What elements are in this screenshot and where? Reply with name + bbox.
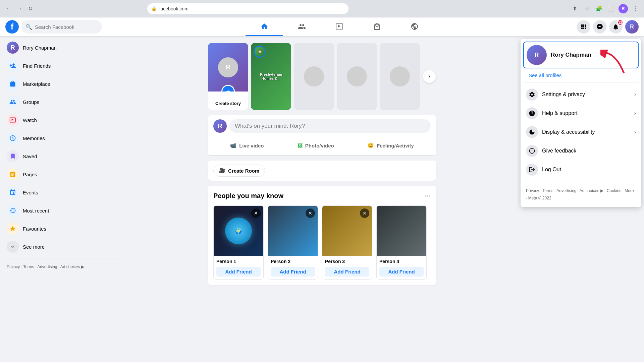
story-placeholder-2	[337, 43, 377, 110]
refresh-button[interactable]: ↻	[25, 4, 35, 13]
stories-next-arrow[interactable]	[423, 70, 436, 83]
post-box-divider	[213, 137, 431, 137]
post-box-avatar: R	[213, 119, 227, 133]
create-room-icon: 🎥	[219, 168, 225, 174]
create-room-button[interactable]: 🎥 Create Room	[213, 165, 265, 177]
person-4-add-button[interactable]: Add Friend	[379, 267, 424, 277]
photo-video-button[interactable]: 🖼 Photo/video	[292, 140, 339, 151]
sidebar-item-most-recent[interactable]: Most recent	[3, 202, 118, 219]
nav-watch[interactable]	[321, 17, 358, 36]
tab-icon[interactable]: ⬜	[606, 4, 616, 13]
sidebar-item-groups[interactable]: Groups	[3, 93, 118, 111]
person-3-add-button[interactable]: Add Friend	[325, 267, 369, 277]
people-card-header: People you may know ···	[213, 191, 431, 200]
live-video-button[interactable]: 📹 Live video	[225, 140, 269, 151]
display-label: Display & accessibility	[542, 129, 630, 135]
sidebar-pages-label: Pages	[23, 172, 37, 177]
person-2-close[interactable]: ✕	[306, 208, 315, 218]
people-section-title: People you may know	[213, 192, 283, 200]
sidebar-most-recent-label: Most recent	[23, 208, 49, 214]
address-bar[interactable]: 🔒 facebook.com	[147, 3, 348, 14]
sidebar-item-events[interactable]: Events	[3, 184, 118, 201]
browser-nav-buttons: ← → ↻	[4, 4, 35, 13]
dropdown-feedback-item[interactable]: Give feedback	[523, 141, 639, 160]
feeling-button[interactable]: 😊 Feeling/Activity	[362, 140, 419, 151]
groups-icon	[7, 96, 19, 108]
settings-label: Settings & privacy	[542, 92, 630, 98]
nav-groups[interactable]	[396, 17, 433, 36]
header-right: 12 R	[577, 20, 639, 34]
sidebar-footer: Privacy · Terms · Advertising · Ad choic…	[3, 261, 118, 273]
sidebar-item-profile[interactable]: R Rory Chapman	[3, 39, 118, 56]
see-more-icon	[7, 241, 19, 253]
facebook-header: f 🔍 12 R	[0, 17, 644, 36]
person-1-add-button[interactable]: Add Friend	[216, 267, 261, 277]
dropdown-display-item[interactable]: Display & accessibility ›	[523, 123, 639, 141]
story-placeholder-3	[380, 43, 420, 110]
story-create-label: Create story	[208, 92, 248, 110]
post-input[interactable]	[229, 119, 431, 133]
people-card: People you may know ··· 🌍 ✕ Person 1 Add…	[208, 186, 436, 285]
sidebar-find-friends-label: Find Friends	[23, 63, 51, 69]
facebook-logo[interactable]: f	[5, 20, 19, 34]
search-bar[interactable]: 🔍	[21, 20, 102, 34]
story-card-1[interactable]: 🏠 Presbyterian Homes &...	[251, 43, 291, 110]
sidebar-item-saved[interactable]: Saved	[3, 147, 118, 165]
profile-avatar-button[interactable]: R	[625, 20, 639, 34]
post-box-top: R	[213, 119, 431, 133]
sidebar-watch-label: Watch	[23, 117, 37, 123]
menu-icon[interactable]: ⋮	[631, 4, 640, 13]
share-icon[interactable]: ⬆	[570, 4, 580, 13]
sidebar-memories-label: Memories	[23, 135, 45, 141]
story-create-image: R +	[208, 43, 248, 92]
sidebar-item-see-more[interactable]: See more	[3, 238, 118, 255]
help-icon	[526, 107, 538, 119]
room-card: 🎥 Create Room	[208, 161, 436, 181]
grid-button[interactable]	[577, 20, 590, 34]
sidebar-saved-label: Saved	[23, 154, 37, 159]
person-card-2: ✕ Person 2 Add Friend	[268, 205, 318, 280]
nav-friends[interactable]	[283, 17, 321, 36]
sidebar-item-pages[interactable]: Pages	[3, 166, 118, 183]
sidebar-item-favourites[interactable]: Favourites	[3, 220, 118, 237]
person-3-close[interactable]: ✕	[360, 208, 369, 218]
lock-icon: 🔒	[151, 6, 157, 11]
nav-home[interactable]	[246, 17, 283, 36]
saved-icon	[7, 150, 19, 162]
dropdown-profile-item[interactable]: R Rory Chapman	[523, 42, 639, 68]
see-all-profiles-link[interactable]: See all profiles	[526, 71, 639, 79]
people-more-button[interactable]: ···	[425, 191, 431, 200]
extensions-icon[interactable]: 🧩	[594, 4, 604, 13]
dropdown-logout-item[interactable]: Log Out	[523, 160, 639, 179]
person-1-close[interactable]: ✕	[251, 208, 261, 218]
events-icon	[7, 186, 19, 198]
back-button[interactable]: ←	[4, 4, 13, 13]
url-text: facebook.com	[159, 6, 189, 11]
nav-marketplace[interactable]	[358, 17, 396, 36]
person-2-add-button[interactable]: Add Friend	[271, 267, 315, 277]
dropdown-settings-item[interactable]: Settings & privacy ›	[523, 85, 639, 104]
dropdown-divider-2	[523, 182, 639, 182]
settings-chevron: ›	[634, 92, 636, 98]
sidebar-item-memories[interactable]: Memories	[3, 129, 118, 147]
favourites-icon	[7, 223, 19, 235]
feed: R + Create story 🏠 Presbyterian Homes &.…	[121, 36, 523, 362]
dropdown-help-item[interactable]: Help & support ›	[523, 104, 639, 123]
search-input[interactable]	[35, 24, 98, 30]
messenger-button[interactable]	[593, 20, 606, 34]
dropdown-profile-avatar: R	[527, 45, 547, 65]
sidebar-item-find-friends[interactable]: Find Friends	[3, 57, 118, 74]
notifications-button[interactable]: 12	[609, 20, 623, 34]
logout-icon	[526, 164, 538, 176]
dropdown-divider-1	[523, 82, 639, 82]
sidebar-item-marketplace[interactable]: Marketplace	[3, 75, 118, 93]
bookmark-icon[interactable]: ☆	[582, 4, 592, 13]
most-recent-icon	[7, 204, 19, 217]
browser-profile-avatar: R	[619, 4, 628, 13]
create-story-card[interactable]: R + Create story	[208, 43, 248, 110]
forward-button[interactable]: →	[15, 4, 24, 13]
dropdown-menu: R Rory Chapman See all profiles Settings…	[521, 39, 641, 207]
sidebar-divider	[3, 258, 118, 258]
sidebar-events-label: Events	[23, 190, 38, 195]
sidebar-item-watch[interactable]: Watch	[3, 111, 118, 129]
